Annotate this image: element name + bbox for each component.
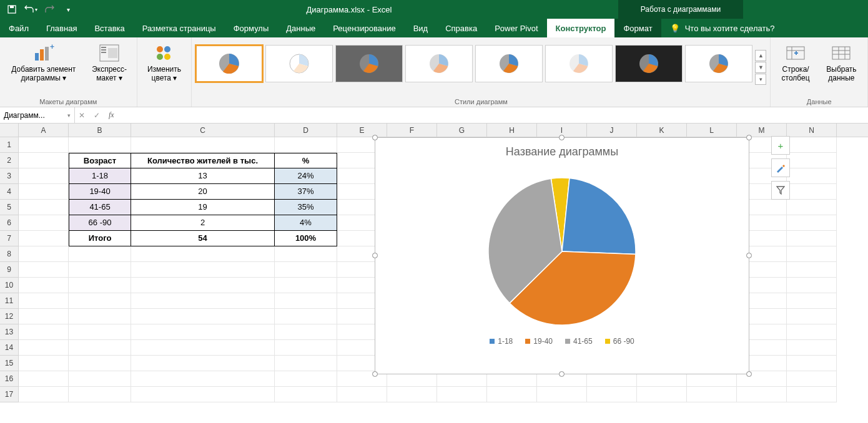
row-header[interactable]: 11 (0, 293, 18, 309)
column-header[interactable]: J (587, 124, 637, 137)
pie-slice[interactable] (562, 178, 636, 255)
cancel-icon[interactable]: ✕ (79, 111, 85, 120)
column-header[interactable]: L (687, 124, 737, 137)
row-header[interactable]: 6 (0, 215, 18, 231)
column-header[interactable]: C (131, 124, 275, 137)
tab-page-layout[interactable]: Разметка страницы (134, 19, 225, 37)
tab-view[interactable]: Вид (405, 19, 437, 37)
chart-style-2[interactable] (265, 45, 333, 82)
column-header[interactable]: B (69, 124, 131, 137)
formula-input[interactable] (118, 107, 868, 123)
tab-power-pivot[interactable]: Power Pivot (486, 19, 546, 37)
contextual-tab-label: Работа с диаграммами (618, 0, 743, 19)
column-header[interactable]: N (787, 124, 837, 137)
resize-handle[interactable] (559, 371, 565, 377)
select-all-corner[interactable] (0, 124, 19, 137)
row-header[interactable]: 2 (0, 153, 18, 168)
row-header[interactable]: 8 (0, 246, 18, 262)
svg-point-14 (164, 54, 170, 60)
legend-item[interactable]: 1-18 (490, 337, 513, 346)
tab-file[interactable]: Файл (0, 19, 37, 37)
row-header[interactable]: 5 (0, 200, 18, 215)
tab-data[interactable]: Данные (277, 19, 324, 37)
column-header[interactable]: E (337, 124, 387, 137)
undo-icon[interactable]: ▾ (22, 2, 39, 16)
chart-style-7[interactable] (615, 45, 683, 82)
change-colors-button[interactable]: Изменить цвета ▾ (141, 40, 188, 85)
gallery-more-button[interactable]: ▾ (755, 74, 766, 85)
chart-legend[interactable]: 1-1819-4041-6566 -90 (375, 332, 749, 352)
column-header[interactable]: M (737, 124, 787, 137)
switch-row-column-button[interactable]: Строка/столбец (774, 40, 816, 85)
tab-help[interactable]: Справка (436, 19, 486, 37)
select-data-button[interactable]: Выбрать данные (819, 40, 864, 85)
add-chart-element-button[interactable]: + Добавить элемент диаграммы ▾ (4, 40, 84, 85)
svg-point-11 (157, 46, 163, 52)
row-header[interactable]: 16 (0, 371, 18, 387)
row-header[interactable]: 12 (0, 309, 18, 324)
legend-label: 41-65 (573, 337, 593, 346)
tab-formulas[interactable]: Формулы (225, 19, 278, 37)
svg-rect-4 (45, 47, 49, 61)
qat-customize-icon[interactable]: ▾ (60, 2, 76, 16)
change-colors-icon (154, 42, 175, 64)
tell-me-search[interactable]: 💡 Что вы хотите сделать? (661, 19, 784, 37)
legend-item[interactable]: 41-65 (565, 337, 593, 346)
svg-rect-7 (101, 47, 106, 48)
row-header[interactable]: 10 (0, 278, 18, 293)
resize-handle[interactable] (746, 135, 752, 140)
tab-insert[interactable]: Вставка (86, 19, 133, 37)
tab-home[interactable]: Главная (37, 19, 86, 37)
row-header[interactable]: 17 (0, 387, 18, 402)
resize-handle[interactable] (746, 253, 752, 258)
column-header[interactable]: D (275, 124, 337, 137)
row-header[interactable]: 15 (0, 356, 18, 371)
chart-elements-button[interactable]: + (771, 136, 790, 155)
chart-plot-area[interactable] (375, 161, 749, 332)
fx-icon[interactable]: fx (109, 110, 114, 120)
chart-style-1[interactable] (195, 45, 263, 82)
enter-icon[interactable]: ✓ (94, 111, 100, 120)
row-header[interactable]: 13 (0, 324, 18, 340)
resize-handle[interactable] (559, 135, 565, 140)
chart-style-6[interactable] (545, 45, 613, 82)
chart-style-5[interactable] (475, 45, 543, 82)
tab-review[interactable]: Рецензирование (324, 19, 404, 37)
resize-handle[interactable] (746, 371, 752, 377)
column-header[interactable]: K (637, 124, 687, 137)
row-header[interactable]: 1 (0, 137, 18, 153)
row-header[interactable]: 7 (0, 231, 18, 246)
resize-handle[interactable] (372, 135, 378, 140)
name-box[interactable]: Диаграмм... (0, 107, 75, 123)
ribbon-group-layouts: + Добавить элемент диаграммы ▾ Экспресс-… (0, 37, 137, 107)
chart-title[interactable]: Название диаграммы (375, 138, 749, 161)
column-header[interactable]: A (19, 124, 69, 137)
tab-design[interactable]: Конструктор (547, 19, 615, 37)
save-icon[interactable] (4, 2, 20, 16)
column-header[interactable]: F (387, 124, 437, 137)
resize-handle[interactable] (372, 253, 378, 258)
row-header[interactable]: 3 (0, 168, 18, 184)
quick-layout-button[interactable]: Экспресс-макет ▾ (86, 40, 133, 85)
column-header[interactable]: G (437, 124, 487, 137)
svg-rect-8 (101, 49, 106, 51)
row-header[interactable]: 14 (0, 340, 18, 356)
gallery-up-button[interactable]: ▲ (755, 50, 766, 61)
gallery-down-button[interactable]: ▼ (755, 62, 766, 73)
lightbulb-icon: 💡 (670, 24, 680, 33)
legend-swatch (565, 339, 570, 344)
chart-styles-button[interactable] (771, 158, 790, 177)
chart-style-4[interactable] (405, 45, 473, 82)
column-header[interactable]: H (487, 124, 537, 137)
row-header[interactable]: 4 (0, 184, 18, 200)
chart-object[interactable]: Название диаграммы 1-1819-4041-6566 -90 (375, 137, 749, 374)
tab-format[interactable]: Формат (614, 19, 661, 37)
legend-item[interactable]: 66 -90 (605, 337, 634, 346)
resize-handle[interactable] (372, 371, 378, 377)
chart-style-8[interactable] (685, 45, 752, 82)
chart-style-3[interactable] (335, 45, 403, 82)
chart-filters-button[interactable] (771, 181, 790, 200)
row-header[interactable]: 9 (0, 262, 18, 278)
redo-icon[interactable] (41, 2, 57, 16)
legend-item[interactable]: 19-40 (525, 337, 553, 346)
